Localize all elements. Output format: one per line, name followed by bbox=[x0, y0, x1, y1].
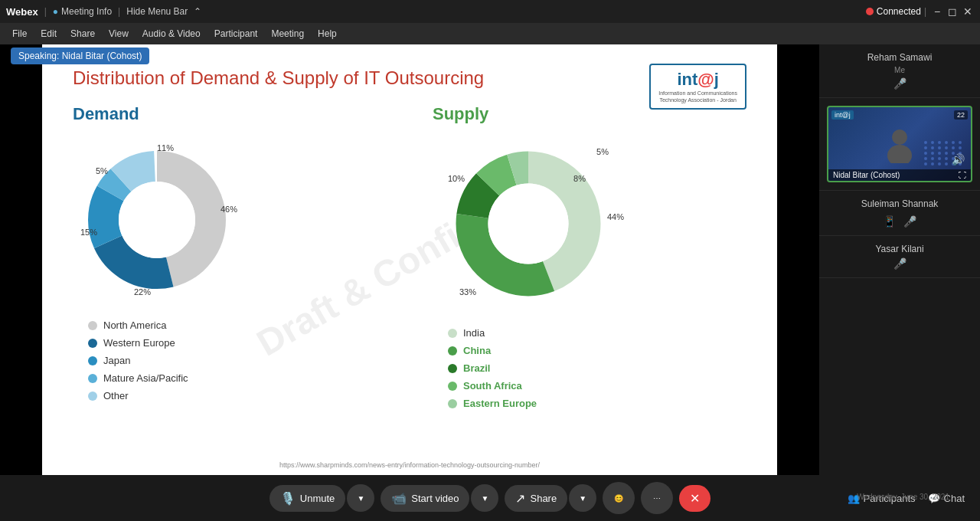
legend-dot bbox=[448, 364, 457, 373]
menu-audio-video[interactable]: Audio & Video bbox=[136, 26, 207, 41]
legend-label: North America bbox=[103, 319, 166, 331]
app-logo: Webex bbox=[6, 6, 38, 18]
video-header: int@j bbox=[831, 110, 854, 120]
logo-subtext: Information and CommunicationsTechnology… bbox=[658, 90, 737, 103]
legend-item: North America bbox=[88, 319, 387, 331]
legend-dot bbox=[88, 321, 97, 330]
legend-label: Western Europe bbox=[103, 337, 175, 349]
charts-section: Demand 11% 5% 15% 22% 46% bbox=[73, 104, 746, 409]
title-bar: Webex | ● Meeting Info | Hide Menu Bar ⌃… bbox=[0, 0, 980, 23]
start-video-button[interactable]: 📹 Start video bbox=[381, 485, 469, 512]
unmute-button[interactable]: 🎙️ Unmute bbox=[270, 485, 346, 512]
legend-item: Japan bbox=[88, 355, 387, 366]
menu-meeting[interactable]: Meeting bbox=[265, 26, 310, 41]
end-call-button[interactable]: ✕ bbox=[679, 485, 710, 512]
participant-name: Reham Samawi bbox=[867, 52, 933, 63]
menu-participant[interactable]: Participant bbox=[208, 26, 264, 41]
supply-label-5: 5% bbox=[596, 147, 609, 156]
microphone-icon: 🎙️ bbox=[280, 491, 296, 506]
slide: Draft & Confidential int@j Information a… bbox=[42, 44, 777, 475]
start-video-group: 📹 Start video ▼ bbox=[381, 484, 498, 512]
more-options-button[interactable]: ⋯ bbox=[641, 482, 673, 514]
legend-dot bbox=[88, 374, 97, 383]
menu-help[interactable]: Help bbox=[312, 26, 343, 41]
mute-icon: 🎤 bbox=[903, 215, 916, 228]
supply-label-10: 10% bbox=[448, 174, 465, 183]
supply-legend: India China Brazil bbox=[433, 327, 746, 409]
demand-legend: North America Western Europe Japan bbox=[73, 319, 387, 401]
slide-url: https://www.sharpminds.com/news-entry/in… bbox=[279, 461, 540, 469]
legend-label: Eastern Europe bbox=[463, 398, 537, 409]
participants-panel: Reham Samawi Me 🎤 int@j 22 bbox=[819, 44, 980, 475]
supply-label-8: 8% bbox=[573, 174, 586, 183]
participant-nidal: int@j 22 Nidal Bitar (Cohost) ⛶ bbox=[819, 98, 980, 191]
supply-donut: 5% 10% 8% 33% 44% bbox=[433, 136, 624, 312]
hide-menu-btn[interactable]: Hide Menu Bar bbox=[126, 6, 188, 17]
share-group: ↗ Share ▼ bbox=[505, 484, 596, 512]
share-button[interactable]: ↗ Share bbox=[505, 485, 567, 512]
share-chevron[interactable]: ▼ bbox=[569, 484, 596, 512]
slide-title: Distribution of Demand & Supply of IT Ou… bbox=[73, 67, 746, 89]
toolbar-right: 👥 Participants 💬 Chat Wednesday, June 30… bbox=[848, 493, 965, 504]
video-name-bar: Nidal Bitar (Cohost) ⛶ bbox=[828, 169, 971, 181]
legend-dot bbox=[448, 329, 457, 338]
legend-item: India bbox=[448, 327, 746, 339]
participant-yasar: Yasar Kilani 🎤 bbox=[819, 236, 980, 278]
minimize-btn[interactable]: − bbox=[931, 5, 943, 18]
mute-icon: 🎤 bbox=[893, 257, 906, 270]
logo-area: int@j Information and CommunicationsTech… bbox=[649, 64, 746, 110]
main-layout: Draft & Confidential int@j Information a… bbox=[0, 44, 980, 475]
supply-chart-svg bbox=[448, 143, 609, 304]
legend-dot bbox=[88, 356, 97, 365]
legend-item: Mature Asia/Pacific bbox=[88, 372, 387, 384]
legend-item: Eastern Europe bbox=[448, 398, 746, 409]
connection-dot bbox=[866, 8, 874, 15]
legend-dot bbox=[448, 382, 457, 391]
legend-dot bbox=[88, 392, 97, 401]
participant-sub: Me bbox=[894, 66, 905, 74]
menu-file[interactable]: File bbox=[6, 26, 33, 41]
mute-icon: 🎤 bbox=[893, 77, 906, 90]
demand-label-46: 46% bbox=[220, 205, 237, 214]
demand-label-5: 5% bbox=[96, 166, 108, 175]
legend-dot bbox=[448, 346, 457, 356]
video-thumbnail: int@j 22 Nidal Bitar (Cohost) ⛶ bbox=[827, 106, 972, 182]
connection-status: Connected | bbox=[866, 6, 926, 17]
legend-label: Brazil bbox=[463, 362, 490, 374]
video-icon: 📹 bbox=[391, 491, 407, 506]
logo-text: int@j bbox=[677, 70, 718, 90]
reactions-button[interactable]: 😊 bbox=[603, 482, 635, 514]
legend-item: Western Europe bbox=[88, 337, 387, 349]
legend-item: Other bbox=[88, 390, 387, 401]
svg-point-13 bbox=[887, 145, 912, 163]
close-btn[interactable]: ✕ bbox=[962, 5, 974, 18]
menu-share[interactable]: Share bbox=[64, 26, 101, 41]
participant-suleiman: Suleiman Shannak 📱 🎤 bbox=[819, 191, 980, 236]
person-silhouette bbox=[880, 125, 919, 163]
supply-label-33: 33% bbox=[459, 287, 476, 297]
date-display: Wednesday, June 30, 2021 bbox=[857, 493, 949, 501]
expand-icon[interactable]: ⛶ bbox=[959, 171, 966, 179]
demand-label-15: 15% bbox=[80, 228, 97, 237]
legend-item: China bbox=[448, 345, 746, 356]
unmute-chevron[interactable]: ▼ bbox=[347, 484, 374, 512]
menu-edit[interactable]: Edit bbox=[34, 26, 63, 41]
participant-name: Suleiman Shannak bbox=[861, 198, 939, 209]
participant-reham: Reham Samawi Me 🎤 bbox=[819, 44, 980, 98]
device-icon: 📱 bbox=[883, 215, 896, 228]
video-participant-name: Nidal Bitar (Cohost) bbox=[833, 171, 900, 179]
legend-item: South Africa bbox=[448, 380, 746, 392]
meeting-info-label[interactable]: ● Meeting Info bbox=[53, 6, 112, 17]
legend-label: Other bbox=[103, 390, 129, 401]
demand-heading: Demand bbox=[73, 104, 387, 124]
video-chevron[interactable]: ▼ bbox=[471, 484, 498, 512]
window-controls[interactable]: − ◻ ✕ bbox=[931, 5, 974, 18]
restore-btn[interactable]: ◻ bbox=[946, 5, 959, 18]
svg-point-5 bbox=[119, 182, 195, 258]
menu-view[interactable]: View bbox=[103, 26, 135, 41]
svg-point-12 bbox=[892, 129, 907, 145]
end-call-icon: ✕ bbox=[690, 491, 700, 506]
supply-panel: Supply 5% 10% 8% 33% 44% bbox=[433, 104, 746, 409]
legend-label: South Africa bbox=[463, 380, 522, 392]
legend-label: Mature Asia/Pacific bbox=[103, 372, 188, 384]
